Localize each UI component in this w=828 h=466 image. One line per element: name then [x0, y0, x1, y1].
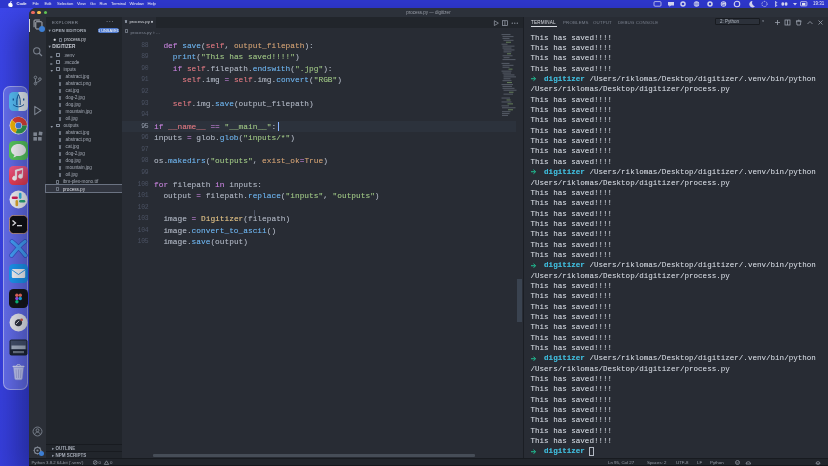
svg-text:G: G — [722, 2, 726, 7]
